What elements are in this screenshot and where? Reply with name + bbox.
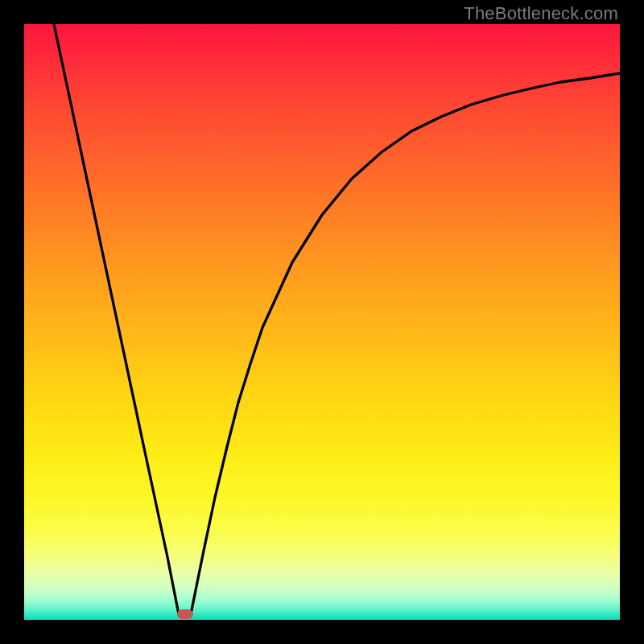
chart-frame: TheBottleneck.com	[0, 0, 644, 644]
bottleneck-curve	[24, 24, 620, 620]
optimum-marker	[177, 609, 193, 619]
watermark-text: TheBottleneck.com	[464, 3, 618, 24]
plot-area	[24, 24, 620, 620]
curve-path	[54, 24, 620, 614]
